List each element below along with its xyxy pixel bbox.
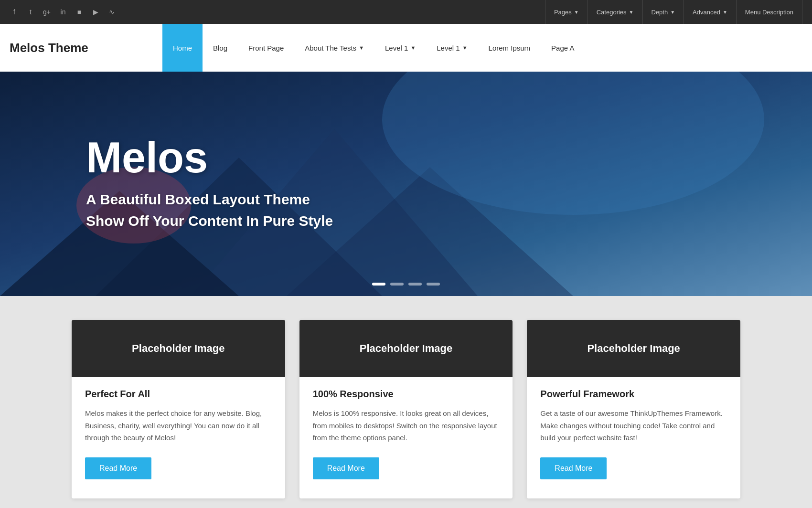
top-nav-depth[interactable]: Depth ▼ [643, 0, 684, 24]
nav-item-level1-second[interactable]: Level 1 ▼ [426, 24, 478, 72]
card-1-title: Perfect For All [85, 389, 272, 400]
rss-icon[interactable]: ∿ [107, 7, 117, 17]
card-3-image: Placeholder Image [527, 320, 740, 377]
hero-content: Melos A Beautiful Boxed Layout Theme Sho… [0, 136, 812, 232]
card-1-read-more-button[interactable]: Read More [85, 457, 151, 479]
facebook-icon[interactable]: f [10, 7, 19, 17]
main-navigation: Melos Theme Home Blog Front Page About T… [0, 24, 812, 72]
card-2-body: 100% Responsive Melos is 100% responsive… [299, 389, 513, 479]
hero-dot-4[interactable] [427, 283, 440, 286]
card-3-text: Get a taste of our awesome ThinkUpThemes… [540, 407, 727, 444]
card-2-image: Placeholder Image [299, 320, 513, 377]
twitter-icon[interactable]: t [26, 7, 35, 17]
nav-item-front-page[interactable]: Front Page [238, 24, 294, 72]
chevron-down-icon: ▼ [410, 45, 416, 51]
nav-item-blog[interactable]: Blog [203, 24, 238, 72]
top-nav-categories[interactable]: Categories ▼ [588, 0, 643, 24]
card-3-read-more-button[interactable]: Read More [540, 457, 607, 479]
site-logo[interactable]: Melos Theme [10, 41, 143, 55]
cards-section: Placeholder Image Perfect For All Melos … [0, 296, 812, 508]
card-2-read-more-button[interactable]: Read More [313, 457, 379, 479]
chevron-down-icon: ▼ [723, 10, 727, 15]
hero-subtitle-line1: A Beautiful Boxed Layout Theme [86, 189, 812, 210]
card-perfect-for-all: Placeholder Image Perfect For All Melos … [72, 320, 285, 498]
nav-item-home[interactable]: Home [162, 24, 203, 72]
card-responsive: Placeholder Image 100% Responsive Melos … [299, 320, 513, 498]
google-plus-icon[interactable]: g+ [42, 7, 52, 17]
youtube-icon[interactable]: ▶ [91, 7, 100, 17]
top-nav-advanced[interactable]: Advanced ▼ [684, 0, 737, 24]
hero-title: Melos [86, 136, 812, 179]
chevron-down-icon: ▼ [574, 10, 579, 15]
card-2-title: 100% Responsive [313, 389, 500, 400]
top-bar: f t g+ in ■ ▶ ∿ Pages ▼ Categories ▼ Dep… [0, 0, 812, 24]
card-3-title: Powerful Framework [540, 389, 727, 400]
card-3-body: Powerful Framework Get a taste of our aw… [527, 389, 740, 479]
card-2-text: Melos is 100% responsive. It looks great… [313, 407, 500, 444]
card-2-image-label: Placeholder Image [360, 342, 452, 355]
chevron-down-icon: ▼ [359, 45, 364, 51]
linkedin-icon[interactable]: in [58, 7, 68, 17]
nav-item-about-tests[interactable]: About The Tests ▼ [294, 24, 374, 72]
hero-carousel-dots [372, 283, 440, 286]
chevron-down-icon: ▼ [462, 45, 468, 51]
nav-item-lorem-ipsum[interactable]: Lorem Ipsum [478, 24, 541, 72]
card-1-body: Perfect For All Melos makes it the perfe… [72, 389, 285, 479]
top-nav-menu-description[interactable]: Menu Description [737, 0, 802, 24]
chevron-down-icon: ▼ [629, 10, 634, 15]
hero-dot-1[interactable] [372, 283, 385, 286]
card-1-text: Melos makes it the perfect choice for an… [85, 407, 272, 444]
top-navigation: Pages ▼ Categories ▼ Depth ▼ Advanced ▼ … [545, 0, 802, 24]
main-nav-items: Home Blog Front Page About The Tests ▼ L… [162, 24, 585, 72]
hero-section: Melos A Beautiful Boxed Layout Theme Sho… [0, 72, 812, 296]
hero-subtitle: A Beautiful Boxed Layout Theme Show Off … [86, 189, 812, 232]
hero-dot-2[interactable] [390, 283, 404, 286]
nav-item-page-a[interactable]: Page A [541, 24, 585, 72]
card-3-image-label: Placeholder Image [587, 342, 680, 355]
chevron-down-icon: ▼ [670, 10, 675, 15]
flickr-icon[interactable]: ■ [75, 7, 84, 17]
top-nav-pages[interactable]: Pages ▼ [545, 0, 588, 24]
hero-subtitle-line2: Show Off Your Content In Pure Style [86, 210, 812, 232]
nav-item-level1-first[interactable]: Level 1 ▼ [374, 24, 426, 72]
card-1-image: Placeholder Image [72, 320, 285, 377]
hero-dot-3[interactable] [408, 283, 422, 286]
card-1-image-label: Placeholder Image [132, 342, 224, 355]
cards-grid: Placeholder Image Perfect For All Melos … [72, 320, 740, 498]
card-framework: Placeholder Image Powerful Framework Get… [527, 320, 740, 498]
social-icons-group: f t g+ in ■ ▶ ∿ [10, 7, 117, 17]
